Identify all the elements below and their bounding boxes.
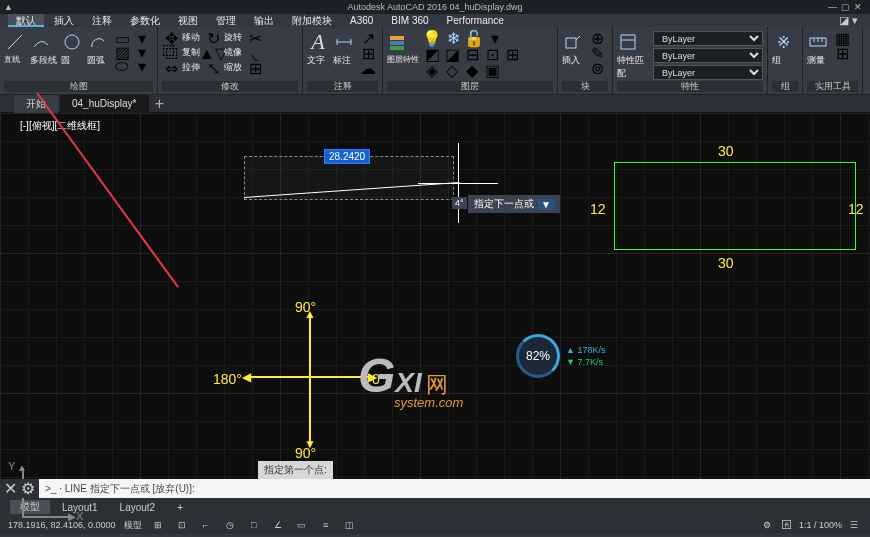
snap-toggle-icon[interactable]: ⊡ [174, 518, 190, 532]
dyn-toggle-icon[interactable]: ▭ [294, 518, 310, 532]
tab-parametric[interactable]: 参数化 [122, 14, 168, 27]
freeze-icon[interactable]: ❄ [444, 31, 462, 45]
layer-icon-3[interactable]: ⊟ [463, 47, 481, 61]
gauge-upload: ▲ 178K/s [566, 345, 605, 355]
panel-title-group[interactable]: 组 [772, 81, 798, 92]
layer-icon-5[interactable]: ⊞ [503, 47, 521, 61]
layer-icon-7[interactable]: ◇ [443, 63, 461, 77]
panel-title-annotate[interactable]: 注释 [307, 81, 378, 92]
measure-tool[interactable] [807, 31, 829, 53]
lock-icon[interactable]: 🔓 [465, 31, 483, 45]
workspace-icon[interactable]: ⚙ [759, 518, 775, 532]
status-bar: 178.1916, 82.4106, 0.0000 模型 ⊞ ⊡ ⌐ ◷ □ ∠… [0, 516, 870, 534]
layer-icon-2[interactable]: ◪ [443, 47, 461, 61]
cloud-icon[interactable]: ☁ [359, 61, 377, 75]
command-input[interactable]: >_ · LINE 指定下一点或 [放弃(U)]: [39, 479, 870, 498]
layer-icon-6[interactable]: ◈ [423, 63, 441, 77]
text-tool[interactable]: A [307, 31, 329, 53]
bulb-icon[interactable]: 💡 [423, 31, 441, 45]
tab-annotate[interactable]: 注释 [84, 14, 120, 27]
annoscale-icon[interactable]: 🄰 [779, 518, 795, 532]
circle-tool[interactable] [61, 31, 83, 53]
dim-top: 30 [718, 143, 734, 159]
array-icon[interactable]: ⊞ [246, 61, 264, 75]
close-icon[interactable]: ✕ [854, 0, 862, 14]
ucs-y-label: Y [8, 460, 15, 472]
stretch-icon[interactable]: ⇔ [162, 61, 180, 75]
dynamic-distance-input[interactable]: 28.2420 [324, 149, 370, 164]
ribbon-tabs: 默认 插入 注释 参数化 视图 管理 输出 附加模块 A360 BIM 360 … [0, 14, 870, 27]
layer-icon-8[interactable]: ◆ [463, 63, 481, 77]
linetype-combo[interactable]: ByLayer [653, 65, 763, 80]
line-tool[interactable] [4, 31, 26, 53]
dimension-tool[interactable] [333, 31, 355, 53]
angle-90-bottom: 90° [295, 445, 316, 461]
layout-2[interactable]: Layout2 [110, 502, 166, 513]
panel-title-layers[interactable]: 图层 [387, 81, 553, 92]
props-tool[interactable] [617, 31, 639, 53]
polyline-tool[interactable] [30, 31, 52, 53]
ribbon-collapse-icon[interactable]: ◪ ▾ [839, 14, 858, 27]
tab-insert[interactable]: 插入 [46, 14, 82, 27]
panel-title-draw[interactable]: 绘图 [4, 81, 153, 92]
layer-icon-9[interactable]: ▣ [483, 63, 501, 77]
otrack-toggle-icon[interactable]: ∠ [270, 518, 286, 532]
maximize-icon[interactable]: ▢ [841, 0, 850, 14]
insert-block-tool[interactable] [562, 31, 584, 53]
panel-layers: 图层特性 💡 ❄ 🔓 ▾ ◩ ◪ ⊟ ⊡ ⊞ ◈ ◇ [383, 27, 558, 94]
group-tool[interactable]: ※ [772, 31, 794, 53]
tab-output[interactable]: 输出 [246, 14, 282, 27]
drawing-viewport[interactable]: [-][俯视][二维线框] 28.2420 4° 指定下一点或 ▼ 30 30 … [0, 113, 870, 498]
lineweight-combo[interactable]: ByLayer [653, 48, 763, 63]
tab-addons[interactable]: 附加模块 [284, 14, 340, 27]
dim-right: 12 [848, 201, 864, 217]
arc-tool[interactable] [87, 31, 109, 53]
panel-title-modify[interactable]: 修改 [162, 81, 298, 92]
minimize-icon[interactable]: — [828, 0, 837, 14]
move-icon[interactable]: ✥ [162, 31, 180, 45]
layer-dropdown-icon[interactable]: ▾ [486, 31, 504, 45]
osnap-toggle-icon[interactable]: □ [246, 518, 262, 532]
dropdown-icon[interactable]: ▾ [133, 59, 151, 73]
perf-gauge: 82% ▲ 178K/s ▼ 7.7K/s [516, 334, 605, 378]
layout-tabs: 模型 Layout1 Layout2 + [0, 498, 870, 516]
ortho-toggle-icon[interactable]: ⌐ [198, 518, 214, 532]
color-combo[interactable]: ByLayer [653, 31, 763, 46]
svg-rect-7 [390, 46, 404, 50]
tab-bim360[interactable]: BIM 360 [383, 14, 436, 27]
polar-toggle-icon[interactable]: ◷ [222, 518, 238, 532]
layer-props-tool[interactable] [387, 31, 409, 53]
panel-title-props[interactable]: 特性 [617, 81, 763, 92]
compass-horizontal [250, 376, 370, 378]
doc-tab-start[interactable]: 开始 [14, 95, 58, 113]
doc-tab-current[interactable]: 04_huDisplay* [60, 95, 149, 113]
panel-title-block[interactable]: 块 [562, 81, 608, 92]
attr-icon[interactable]: ⊚ [588, 61, 606, 75]
tooltip-dropdown-icon[interactable]: ▼ [538, 199, 554, 210]
tab-default[interactable]: 默认 [8, 14, 44, 27]
ribbon: 直线 多段线 圆 圆弧 ▭▾ ▨▾ ⬭▾ 绘图 [0, 27, 870, 95]
cmd-customize-icon[interactable]: ⚙ [21, 479, 35, 498]
panel-draw: 直线 多段线 圆 圆弧 ▭▾ ▨▾ ⬭▾ 绘图 [0, 27, 158, 94]
layout-add-icon[interactable]: + [167, 502, 193, 513]
tab-a360[interactable]: A360 [342, 14, 381, 27]
zoom-readout[interactable]: 1:1 / 100% [799, 520, 842, 530]
grid-toggle-icon[interactable]: ⊞ [150, 518, 166, 532]
space-indicator[interactable]: 模型 [124, 519, 142, 532]
tab-manage[interactable]: 管理 [208, 14, 244, 27]
layer-icon-4[interactable]: ⊡ [483, 47, 501, 61]
panel-title-utility[interactable]: 实用工具 [807, 81, 858, 92]
scale-icon[interactable]: ⤡ [204, 61, 222, 75]
cmd-close-icon[interactable]: ✕ [4, 479, 17, 498]
tab-performance[interactable]: Performance [439, 14, 512, 27]
ellipse-tool[interactable]: ⬭ [113, 59, 131, 73]
tab-view[interactable]: 视图 [170, 14, 206, 27]
customize-status-icon[interactable]: ☰ [846, 518, 862, 532]
layer-icon-1[interactable]: ◩ [423, 47, 441, 61]
coords-readout[interactable]: 178.1916, 82.4106, 0.0000 [8, 520, 116, 530]
new-tab-icon[interactable]: + [151, 95, 169, 113]
transparency-toggle-icon[interactable]: ◫ [342, 518, 358, 532]
calc-icon[interactable]: ⊞ [833, 46, 851, 60]
lineweight-toggle-icon[interactable]: ≡ [318, 518, 334, 532]
layout-model[interactable]: 模型 [10, 500, 50, 514]
